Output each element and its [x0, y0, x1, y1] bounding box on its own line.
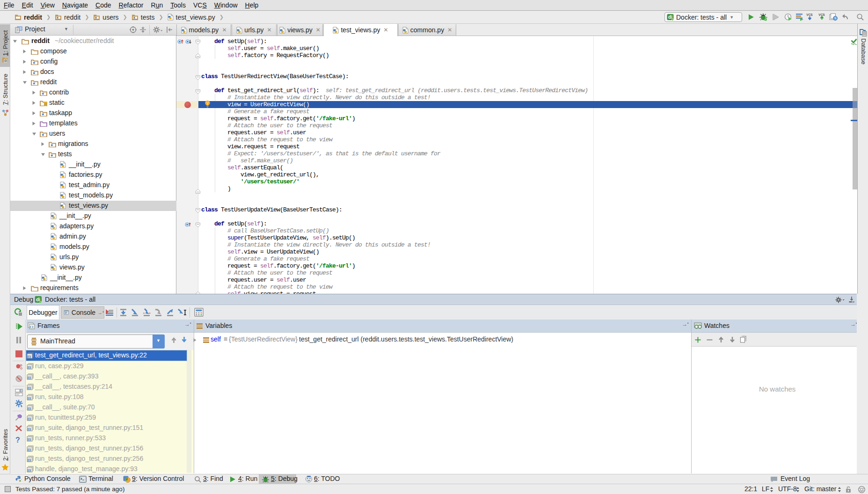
- svg-text:VCS: VCS: [818, 13, 825, 16]
- svg-text:di: di: [36, 297, 40, 302]
- svg-text:di: di: [668, 15, 672, 20]
- svg-text:VCS: VCS: [806, 13, 813, 16]
